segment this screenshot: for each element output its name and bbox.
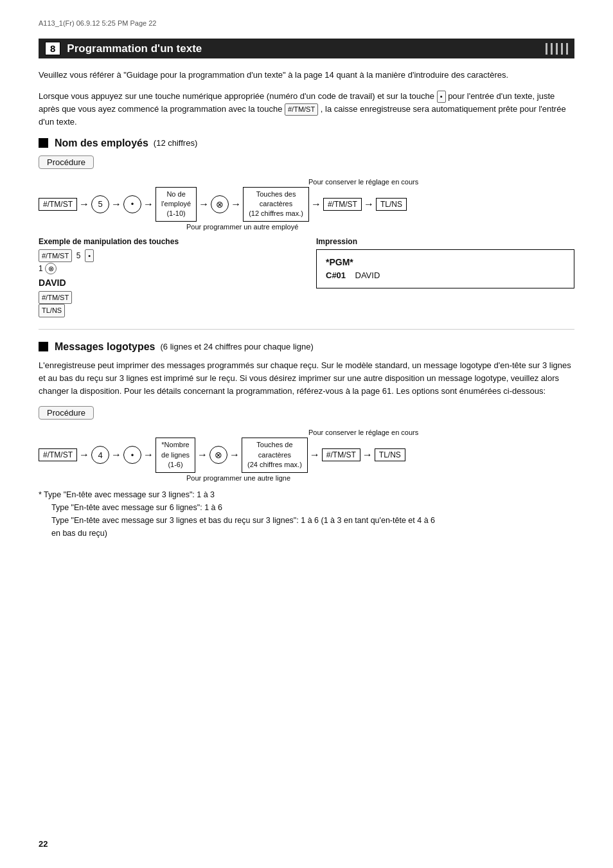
note-line-4: en bas du reçu) [51,527,574,540]
flow-diagram-2: Pour conserver le réglage en cours #/TM/… [39,429,574,481]
flow1-tmst-start: #/TM/ST [39,198,77,211]
subsection2-body: L'enregistreuse peut imprimer des messag… [39,359,574,398]
flow1-row: #/TM/ST → 5 → • → No del'employé(1-10) →… [39,187,574,222]
section-header: 8 Programmation d'un texte [39,39,574,58]
page: A113_1(Fr) 06.9.12 5:25 PM Page 22 8 Pro… [0,0,613,868]
procedure-badge-2: Procédure [39,406,574,426]
flow1-tmst-end: #/TM/ST [323,198,362,211]
flow1-dot: • [123,195,141,213]
flow1-arrow3: → [143,199,154,210]
flow2-tmst-start: #/TM/ST [39,448,77,461]
subsection2-heading: Messages logotypes (6 lignes et 24 chiff… [39,341,574,353]
flow1-arrow1: → [79,199,89,210]
flow1-top-label: Pour conserver le réglage en cours [39,178,574,186]
flow1-employee-no: No del'employé(1-10) [155,187,197,222]
flow2-bottom-label: Pour programmer une autre ligne [39,474,574,482]
section-number: 8 [45,42,60,55]
subsection2-subtitle: (6 lignes et 24 chiffres pour chaque lig… [161,342,314,351]
ex-key-dot: • [85,249,94,263]
procedure-label-2: Procédure [39,406,94,420]
key-sequence: #/TM/ST 5 • 1 ⊗ DAVID #/TM/ST TL/NS [39,249,297,317]
intro-paragraph-2: Lorsque vous appuyez sur une touche numé… [39,90,574,128]
flow2-arrow2: → [111,449,121,461]
ex-key-tmst: #/TM/ST [39,249,72,263]
dot-key-inline: • [437,91,446,103]
ex-x-circle: ⊗ [45,263,57,274]
flow1-x-circle: ⊗ [211,195,229,213]
flow2-tmst-end: #/TM/ST [322,448,360,461]
subsection1-title: Nom des employés [55,137,148,149]
example-left-col: Exemple de manipulation des touches #/TM… [39,237,297,317]
flow1-arrow2: → [111,199,121,210]
notes-section: * Type "En-tête avec message sur 3 ligne… [39,488,574,540]
flow2-x-circle: ⊗ [209,446,227,464]
flow2-row: #/TM/ST → 4 → • → *Nombrede lignes(1-6) … [39,438,574,472]
note-line-3: Type "En-tête avec message sur 3 lignes … [51,514,574,527]
print-line2: C#01 DAVID [326,269,565,283]
top-bar: A113_1(Fr) 06.9.12 5:25 PM Page 22 [39,19,574,27]
flow1-num5: 5 [91,195,109,213]
flow1-tlns: TL/NS [376,198,407,211]
flow1-arrow7: → [364,199,374,210]
flow2-dot: • [123,446,141,464]
flow-diagram-1: Pour conserver le réglage en cours #/TM/… [39,178,574,231]
top-bar-text: A113_1(Fr) 06.9.12 5:25 PM Page 22 [39,19,156,27]
procedure-label-1: Procédure [39,155,94,169]
ex-david: DAVID [39,278,66,288]
subsection2-title: Messages logotypes [55,341,155,353]
flow1-arrow6: → [311,199,321,210]
page-number: 22 [39,839,48,849]
flow2-arrow7: → [362,449,373,461]
section-title: Programmation d'un texte [67,42,202,55]
flow2-arrow6: → [310,449,320,461]
intro-paragraph-1: Veuillez vous référer à "Guidage pour la… [39,69,574,82]
example-right-col: Impression *PGM* C#01 DAVID [316,237,574,317]
flow1-bottom-label: Pour programmer un autre employé [39,223,574,231]
flow2-arrow1: → [79,449,89,461]
flow2-top-label: Pour conserver le réglage en cours [39,429,574,436]
flow1-arrow4: → [199,199,209,210]
example-section: Exemple de manipulation des touches #/TM… [39,237,574,317]
subsection1-subtitle: (12 chiffres) [154,138,197,148]
ex-key-tmst2: #/TM/ST [39,291,72,305]
flow2-arrow5: → [229,449,240,461]
procedure-badge-1: Procédure [39,155,574,175]
flow1-arrow5: → [231,199,241,210]
subsection1-square [39,138,48,148]
print-line1: *PGM* [326,255,565,269]
section-divider [39,329,574,330]
flow1-char-keys: Touches descaractères(12 chiffres max.) [243,187,309,222]
flow2-arrow3: → [143,449,154,461]
tmst-key-inline: #/TM/ST [285,103,318,116]
subsection2-square [39,342,48,351]
example-left-title: Exemple de manipulation des touches [39,237,297,246]
section-lines-decoration [544,43,568,55]
flow2-tlns: TL/NS [375,448,405,461]
note-line-2: Type "En-tête avec message sur 6 lignes"… [51,501,574,514]
flow2-num4: 4 [91,446,109,464]
example-right-title: Impression [316,237,574,246]
flow2-char-keys: Touches decaractères(24 chiffres max.) [242,438,308,472]
note-line-1: * Type "En-tête avec message sur 3 ligne… [39,488,574,501]
print-box: *PGM* C#01 DAVID [316,249,574,288]
ex-key-tlns: TL/NS [39,304,65,317]
flow2-arrow4: → [197,449,208,461]
flow2-nb-lignes: *Nombrede lignes(1-6) [155,438,195,472]
subsection1-heading: Nom des employés (12 chiffres) [39,137,574,149]
